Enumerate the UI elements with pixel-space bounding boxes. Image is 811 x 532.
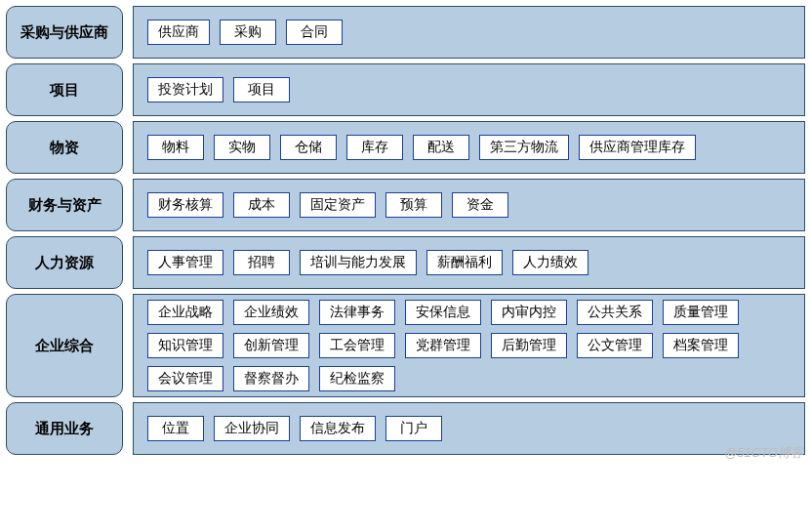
module-item[interactable]: 固定资产 — [300, 192, 376, 218]
module-item[interactable]: 项目 — [233, 77, 290, 102]
module-diagram: 采购与供应商供应商采购合同项目投资计划项目物资物料实物仓储库存配送第三方物流供应… — [6, 6, 805, 455]
row-5: 企业综合企业战略企业绩效法律事务安保信息内审内控公共关系质量管理知识管理创新管理… — [6, 294, 805, 397]
module-item[interactable]: 质量管理 — [663, 300, 739, 325]
items-box: 位置企业协同信息发布门户 — [133, 402, 805, 455]
module-item[interactable]: 工会管理 — [319, 333, 395, 358]
module-item[interactable]: 库存 — [346, 135, 403, 160]
category-label: 物资 — [6, 121, 123, 174]
module-item[interactable]: 预算 — [385, 192, 442, 218]
module-item[interactable]: 企业协同 — [214, 416, 290, 441]
items-box: 物料实物仓储库存配送第三方物流供应商管理库存 — [133, 121, 805, 174]
module-item[interactable]: 档案管理 — [663, 333, 739, 358]
module-item[interactable]: 培训与能力发展 — [300, 250, 417, 275]
category-label: 财务与资产 — [6, 179, 123, 231]
module-item[interactable]: 公文管理 — [577, 333, 653, 358]
module-item[interactable]: 会议管理 — [147, 366, 223, 391]
row-6: 通用业务位置企业协同信息发布门户 — [6, 402, 805, 455]
module-item[interactable]: 企业战略 — [147, 300, 223, 325]
items-box: 财务核算成本固定资产预算资金 — [133, 179, 805, 231]
module-item[interactable]: 供应商管理库存 — [579, 135, 696, 160]
module-item[interactable]: 人事管理 — [147, 250, 223, 275]
module-item[interactable]: 配送 — [413, 135, 469, 160]
module-item[interactable]: 位置 — [147, 416, 204, 441]
module-item[interactable]: 采购 — [220, 20, 276, 45]
category-label: 通用业务 — [6, 402, 123, 455]
module-item[interactable]: 薪酬福利 — [426, 250, 503, 275]
module-item[interactable]: 物料 — [147, 135, 204, 160]
module-item[interactable]: 实物 — [214, 135, 270, 160]
module-item[interactable]: 人力绩效 — [512, 250, 588, 275]
module-item[interactable]: 纪检监察 — [319, 366, 395, 391]
module-item[interactable]: 党群管理 — [405, 333, 481, 358]
module-item[interactable]: 信息发布 — [300, 416, 376, 441]
items-box: 人事管理招聘培训与能力发展薪酬福利人力绩效 — [133, 236, 805, 289]
module-item[interactable]: 成本 — [233, 192, 290, 218]
row-3: 财务与资产财务核算成本固定资产预算资金 — [6, 179, 805, 231]
module-item[interactable]: 供应商 — [147, 20, 210, 45]
row-4: 人力资源人事管理招聘培训与能力发展薪酬福利人力绩效 — [6, 236, 805, 289]
module-item[interactable]: 公共关系 — [577, 300, 653, 325]
category-label: 人力资源 — [6, 236, 123, 289]
module-item[interactable]: 督察督办 — [233, 366, 309, 391]
category-label: 项目 — [6, 63, 123, 116]
category-label: 采购与供应商 — [6, 6, 123, 59]
watermark: @51CTO博客 — [724, 444, 803, 462]
module-item[interactable]: 内审内控 — [491, 300, 567, 325]
module-item[interactable]: 投资计划 — [147, 77, 223, 102]
module-item[interactable]: 法律事务 — [319, 300, 395, 325]
items-box: 投资计划项目 — [133, 63, 805, 116]
module-item[interactable]: 企业绩效 — [233, 300, 309, 325]
module-item[interactable]: 资金 — [452, 192, 508, 218]
module-item[interactable]: 创新管理 — [233, 333, 309, 358]
row-1: 项目投资计划项目 — [6, 63, 805, 116]
module-item[interactable]: 安保信息 — [405, 300, 481, 325]
row-0: 采购与供应商供应商采购合同 — [6, 6, 805, 59]
module-item[interactable]: 门户 — [385, 416, 442, 441]
module-item[interactable]: 招聘 — [233, 250, 290, 275]
module-item[interactable]: 财务核算 — [147, 192, 223, 218]
module-item[interactable]: 后勤管理 — [491, 333, 567, 358]
row-2: 物资物料实物仓储库存配送第三方物流供应商管理库存 — [6, 121, 805, 174]
category-label: 企业综合 — [6, 294, 123, 397]
items-box: 企业战略企业绩效法律事务安保信息内审内控公共关系质量管理知识管理创新管理工会管理… — [133, 294, 805, 397]
module-item[interactable]: 第三方物流 — [479, 135, 569, 160]
module-item[interactable]: 合同 — [286, 20, 343, 45]
items-box: 供应商采购合同 — [133, 6, 805, 59]
module-item[interactable]: 知识管理 — [147, 333, 223, 358]
module-item[interactable]: 仓储 — [280, 135, 337, 160]
